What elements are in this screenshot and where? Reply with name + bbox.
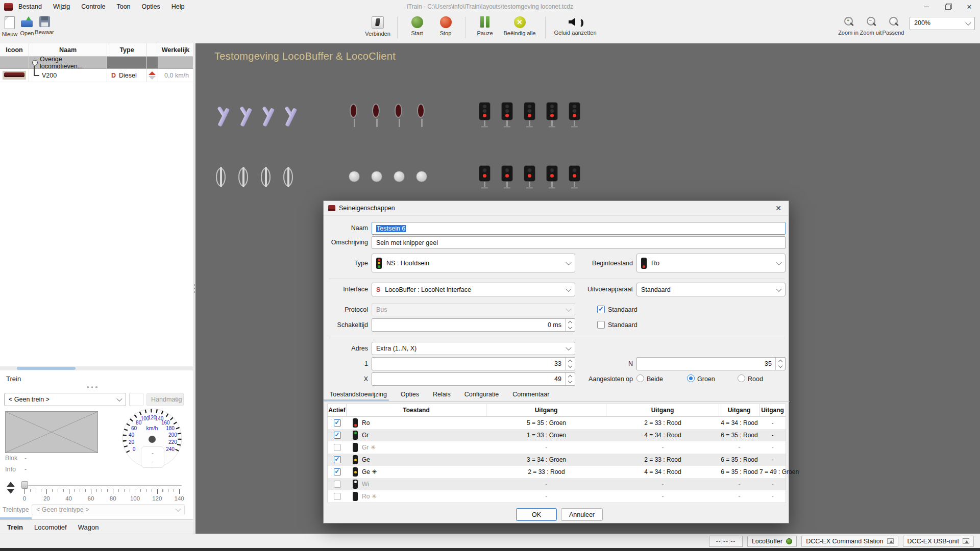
signal-head2-icon[interactable] [569, 166, 581, 192]
new-button[interactable]: Nieuw [1, 14, 18, 37]
signal-disc-icon[interactable] [349, 167, 361, 193]
omschrijving-input[interactable]: Sein met knipper geel [372, 236, 786, 249]
header-uitgang-3[interactable]: Uitgang [719, 404, 760, 416]
tab-locomotief[interactable]: Locomotief [23, 523, 67, 531]
direction-toggle-icon[interactable] [6, 481, 15, 494]
tab-wagon[interactable]: Wagon [67, 523, 99, 531]
group-row[interactable]: Overige locomotieven... [29, 57, 107, 69]
radio-groen[interactable] [687, 374, 695, 382]
open-button[interactable]: Open [18, 14, 36, 37]
column-header-werkelijk[interactable]: Werkelijk [158, 43, 193, 57]
signal-lens-icon[interactable] [283, 167, 296, 193]
state-active-checkbox[interactable] [334, 468, 341, 475]
tree-expander-icon[interactable] [32, 60, 38, 65]
state-row-6[interactable]: Wi---- [328, 478, 786, 490]
column-header-type[interactable]: Type [107, 43, 147, 57]
stop-button[interactable]: Stop [431, 14, 460, 36]
signal-disc-icon[interactable] [416, 167, 428, 193]
menu-help[interactable]: Help [166, 0, 190, 14]
signal-oval-icon[interactable] [416, 104, 428, 130]
menu-wijzig[interactable]: Wijzig [47, 0, 76, 14]
column-header-icoon[interactable]: Icoon [0, 43, 29, 57]
protocol-select[interactable]: Bus [372, 303, 575, 316]
tab-opties[interactable]: Opties [401, 391, 419, 398]
tab-trein[interactable]: Trein [0, 523, 23, 531]
header-uitgang-1[interactable]: Uitgang [486, 404, 606, 416]
train-color-box[interactable] [129, 393, 143, 406]
group-row-type-cell[interactable] [107, 57, 147, 69]
treintype-select[interactable]: < Geen treintype > [32, 504, 185, 515]
signal-head2-icon[interactable] [547, 166, 559, 192]
state-row-1[interactable]: Ro5 = 35 : Groen2 = 33 : Rood4 = 34 : Ro… [328, 417, 786, 429]
signal-arm-icon[interactable] [283, 104, 296, 130]
loco-row[interactable]: V200 [29, 69, 107, 82]
signal-disc-icon[interactable] [371, 167, 383, 193]
signal-oval-icon[interactable] [394, 104, 406, 130]
signal-head3-icon[interactable] [547, 103, 559, 129]
tab-toestandstoewijzing[interactable]: Toestandstoewijzing [330, 391, 387, 398]
header-toestand[interactable]: Toestand [347, 404, 486, 416]
header-uitgang-4[interactable]: Uitgang [760, 404, 786, 416]
group-row-actual-cell[interactable] [158, 57, 193, 69]
uitvoerapparaat-select[interactable]: Standaard [636, 283, 786, 296]
train-select[interactable]: < Geen trein > [4, 393, 126, 406]
zoom-in-button[interactable]: + Zoom in [837, 14, 860, 36]
begintoestand-select[interactable]: Ro [636, 254, 786, 272]
horizontal-scrollbar[interactable] [0, 366, 193, 370]
header-actief[interactable]: Actief [328, 404, 347, 416]
spinner-buttons[interactable] [565, 319, 575, 331]
state-active-checkbox[interactable] [334, 419, 341, 427]
tab-relais[interactable]: Relais [433, 391, 451, 398]
group-row-icon-cell[interactable] [0, 57, 29, 69]
column-header-direction[interactable] [147, 43, 158, 57]
state-row-5[interactable]: Ge ✳2 = 33 : Rood4 = 34 : Rood6 = 35 : R… [328, 466, 786, 478]
signal-head3-icon[interactable] [479, 103, 492, 129]
zoom-out-button[interactable]: − Zoom uit [860, 14, 882, 36]
group-row-direction-cell[interactable] [147, 57, 158, 69]
adres-select[interactable]: Extra (1..N, X) [372, 342, 575, 355]
signal-lens-icon[interactable] [216, 167, 228, 193]
signal-head3-icon[interactable] [569, 103, 581, 129]
schakeltijd-standard-checkbox[interactable] [597, 321, 605, 329]
state-active-checkbox[interactable] [334, 444, 341, 451]
state-active-checkbox[interactable] [334, 481, 341, 488]
signal-disc-icon[interactable] [394, 167, 406, 193]
interface-dccex-usb-unit[interactable]: DCC-EX USB-unit [903, 536, 974, 547]
minimize-button[interactable] [916, 0, 937, 14]
signal-oval-icon[interactable] [349, 104, 361, 130]
loco-row-direction-cell[interactable] [147, 69, 158, 82]
loco-row-icon-cell[interactable] [0, 69, 29, 82]
zoom-fit-button[interactable]: Passend [882, 14, 904, 36]
signal-head3-icon[interactable] [524, 103, 536, 129]
signal-arm-icon[interactable] [216, 104, 228, 130]
state-active-checkbox[interactable] [334, 432, 341, 439]
menu-bestand[interactable]: Bestand [13, 0, 47, 14]
interface-dccex-command-station[interactable]: DCC-EX Command Station [801, 536, 898, 547]
naam-input[interactable]: Testsein 6 [372, 222, 786, 235]
state-row-3[interactable]: Gr ✳---- [328, 441, 786, 454]
signal-oval-icon[interactable] [371, 104, 383, 130]
ok-button[interactable]: OK [516, 508, 557, 521]
speed-slider-thumb[interactable] [21, 481, 28, 489]
speed-slider-track[interactable] [21, 485, 182, 486]
schakeltijd-input[interactable]: 0 ms [372, 318, 575, 332]
state-row-4[interactable]: Ge3 = 34 : Groen2 = 33 : Rood6 = 35 : Ro… [328, 454, 786, 466]
tab-commentaar[interactable]: Commentaar [512, 391, 549, 398]
zoom-level-select[interactable]: 200% [910, 17, 975, 30]
signal-head2-icon[interactable] [479, 166, 492, 192]
loco-row-type-cell[interactable]: D Diesel [107, 69, 147, 82]
menu-controle[interactable]: Controle [76, 0, 111, 14]
protocol-standard-checkbox[interactable] [597, 306, 605, 313]
signal-lens-icon[interactable] [261, 167, 273, 193]
loco-row-speed-cell[interactable]: 0,0 km/h [158, 69, 193, 82]
signal-head2-icon[interactable] [524, 166, 536, 192]
signal-arm-icon[interactable] [261, 104, 273, 130]
state-active-checkbox[interactable] [334, 493, 341, 500]
menu-toon[interactable]: Toon [111, 0, 136, 14]
cancel-button[interactable]: Annuleer [561, 508, 603, 521]
pause-button[interactable]: Pauze [471, 14, 499, 36]
column-header-naam[interactable]: Naam [29, 43, 107, 57]
signal-head3-icon[interactable] [502, 103, 514, 129]
splitter-handle[interactable] [87, 386, 100, 388]
scrollbar-thumb[interactable] [17, 367, 76, 370]
